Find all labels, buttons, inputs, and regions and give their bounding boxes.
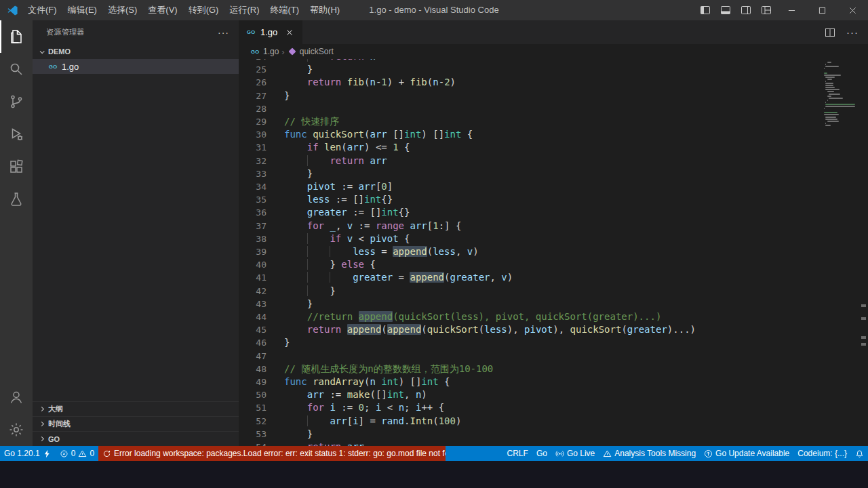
breadcrumb-item[interactable]: quickSort (288, 47, 334, 56)
minimize-button[interactable] (776, 0, 807, 20)
code-line[interactable]: 35 less := []int{} (239, 193, 821, 206)
tab-1.go[interactable]: GO1.go (239, 20, 302, 44)
code-line[interactable]: 53 } (239, 428, 821, 441)
close-tab-icon[interactable] (284, 27, 295, 38)
code-line[interactable]: 33 } (239, 167, 821, 180)
code-token: [] (387, 129, 404, 140)
status-go-update[interactable]: Go Update Available (700, 446, 793, 461)
code-line[interactable]: 54 return arr (239, 441, 821, 446)
menu-item[interactable]: 编辑(E) (62, 0, 102, 20)
minimap-line (825, 106, 855, 107)
code-line[interactable]: 41 greater = append(greater, v) (239, 271, 821, 284)
code-token: 1 (381, 77, 387, 87)
code-line[interactable]: 44 //return append(quickSort(less), pivo… (239, 310, 821, 323)
code-line[interactable]: 26 return fib(n-1) + fib(n-2) (239, 76, 821, 89)
code-line[interactable]: 42 } (239, 285, 821, 298)
status-go-live[interactable]: Go Live (551, 446, 599, 461)
line-number: 51 (239, 401, 267, 414)
code-line[interactable]: 49func randArray(n int) []int { (239, 375, 821, 388)
code-line[interactable]: 40 } else { (239, 258, 821, 271)
maximize-button[interactable] (807, 0, 837, 20)
code-token: _ (330, 220, 335, 231)
code-line[interactable]: 45 return append(append(quickSort(less),… (239, 323, 821, 336)
line-number: 36 (239, 206, 267, 219)
extensions-icon (8, 159, 24, 175)
code-line[interactable]: 50 arr := make([]int, n) (239, 388, 821, 401)
menu-item[interactable]: 查看(V) (142, 0, 182, 20)
status-codeium[interactable]: Codeium: {...} (793, 446, 851, 461)
file-item-1.go[interactable]: GO1.go (33, 59, 239, 74)
go-file-icon: GO (245, 29, 256, 35)
line-number: 30 (239, 128, 267, 141)
status-go-version[interactable]: Go 1.20.1 (0, 446, 56, 461)
toggle-panel-icon[interactable] (715, 0, 736, 20)
code-editor[interactable]: 24 return n25 }26 return fib(n-1) + fib(… (239, 59, 821, 446)
folder-demo[interactable]: DEMO (33, 44, 239, 59)
activity-source-control[interactable] (0, 85, 33, 118)
code-line[interactable]: 34 pivot := arr[0] (239, 180, 821, 193)
status-notifications[interactable] (851, 446, 868, 461)
customize-layout-icon[interactable] (756, 0, 776, 20)
bell-icon (855, 449, 864, 458)
code-line[interactable]: 43 } (239, 298, 821, 310)
line-number: 33 (239, 167, 267, 180)
status-language-mode[interactable]: Go (532, 446, 551, 461)
code-text: greater = append(greater, v) (284, 271, 513, 284)
code-line[interactable]: 31 if len(arr) <= 1 { (239, 141, 821, 154)
activity-explorer[interactable] (0, 20, 33, 53)
breadcrumb-item[interactable]: GO1.go (250, 47, 279, 56)
code-line[interactable]: 38 if v < pivot { (239, 232, 821, 245)
code-line[interactable]: 51 for i := 0; i < n; i++ { (239, 401, 821, 414)
word-highlight-mark (861, 343, 866, 346)
minimap-line (825, 87, 835, 88)
activity-extensions[interactable] (0, 150, 33, 183)
split-editor-icon[interactable] (825, 27, 835, 38)
code-line[interactable]: 47 (239, 350, 821, 363)
indent (284, 77, 307, 87)
activity-testing[interactable] (0, 183, 33, 216)
code-line[interactable]: 39 less = append(less, v) (239, 245, 821, 258)
line-number: 43 (239, 298, 267, 310)
code-line[interactable]: 37 for _, v := range arr[1:] { (239, 220, 821, 232)
status-workspace-error[interactable]: Error loading workspace: packages.Load e… (98, 446, 446, 461)
tabs: GO1.go (239, 20, 302, 44)
menu-item[interactable]: 帮助(H) (304, 0, 345, 20)
code-line[interactable]: 46} (239, 336, 821, 349)
code-token: arr (359, 181, 376, 192)
main-area: 资源管理器 ··· DEMO GO1.go 大纲时间线GO GO1.go ··· (0, 20, 868, 446)
more-actions-icon[interactable]: ··· (846, 26, 859, 38)
sidebar-section-2[interactable]: GO (33, 431, 239, 446)
menu-item[interactable]: 选择(S) (102, 0, 142, 20)
code-line[interactable]: 29// 快速排序 (239, 115, 821, 128)
code-text: if v < pivot { (284, 232, 410, 245)
code-text: return arr (284, 441, 364, 446)
menu-item[interactable]: 运行(R) (224, 0, 264, 20)
code-line[interactable]: 25 } (239, 63, 821, 76)
sidebar-more-actions[interactable]: ··· (218, 27, 229, 38)
code-line[interactable]: 36 greater := []int{} (239, 206, 821, 219)
code-line[interactable]: 28 (239, 102, 821, 115)
menu-item[interactable]: 转到(G) (183, 0, 224, 20)
code-token: = (376, 246, 393, 257)
activity-account[interactable] (0, 381, 33, 413)
code-line[interactable]: 30func quickSort(arr []int) []int { (239, 128, 821, 141)
sidebar-section-1[interactable]: 时间线 (33, 416, 239, 431)
code-line[interactable]: 48// 随机生成长度为n的整数数组，范围为10-100 (239, 363, 821, 375)
activity-search[interactable] (0, 53, 33, 85)
menu-item[interactable]: 文件(F) (22, 0, 62, 20)
status-analysis-tools[interactable]: Analysis Tools Missing (599, 446, 700, 461)
activity-settings[interactable] (0, 413, 33, 446)
minimap[interactable] (821, 59, 859, 446)
sidebar-section-0[interactable]: 大纲 (33, 401, 239, 416)
menu-item[interactable]: 终端(T) (264, 0, 304, 20)
toggle-secondary-sidebar-icon[interactable] (736, 0, 756, 20)
code-line[interactable]: 32 return arr (239, 155, 821, 167)
status-eol[interactable]: CRLF (503, 446, 532, 461)
close-button[interactable] (837, 0, 868, 20)
code-line[interactable]: 52 arr[i] = rand.Intn(100) (239, 415, 821, 428)
toggle-sidebar-icon[interactable] (695, 0, 715, 20)
indent (284, 233, 307, 244)
activity-run-debug[interactable] (0, 118, 33, 150)
status-problems[interactable]: 00 (56, 446, 98, 461)
code-line[interactable]: 27} (239, 89, 821, 102)
